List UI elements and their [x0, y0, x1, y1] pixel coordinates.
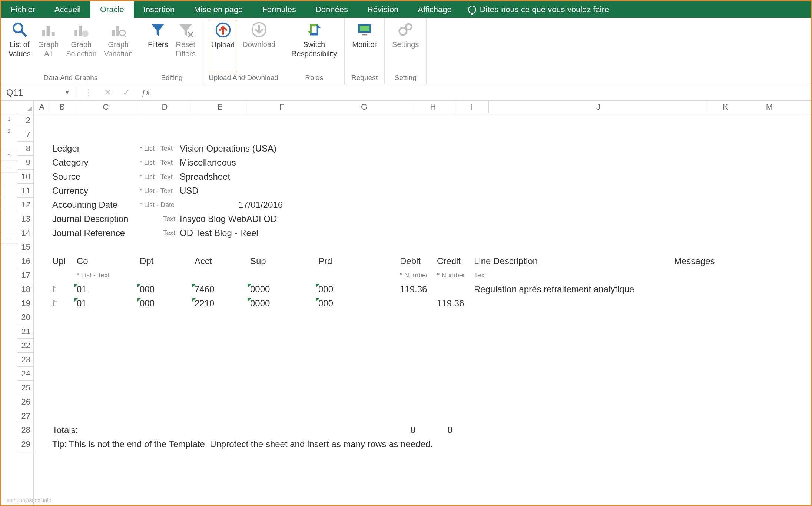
- col-header[interactable]: H: [412, 101, 454, 113]
- watermark: kampanjakoodi.info: [7, 497, 52, 503]
- magnifier-icon: [11, 21, 28, 38]
- table-row[interactable]: 01 000 2210 0000 000 119.36: [34, 296, 811, 310]
- outline-gutter[interactable]: 1 2 + - -: [1, 113, 17, 505]
- row-header[interactable]: 8: [17, 142, 33, 156]
- row-header[interactable]: 15: [17, 240, 33, 254]
- ribbon: List of Values Graph All Graph Selection…: [1, 18, 811, 84]
- tab-formules[interactable]: Formules: [252, 1, 306, 18]
- col-header[interactable]: G: [316, 101, 412, 113]
- row-header[interactable]: 25: [17, 381, 33, 395]
- graph-selection-button[interactable]: Graph Selection: [64, 20, 99, 72]
- field-label: Ledger: [50, 143, 137, 154]
- funnel-icon: [150, 21, 166, 38]
- fx-icon[interactable]: ƒx: [141, 88, 150, 97]
- upload-button[interactable]: Upload: [209, 20, 237, 72]
- ribbon-group-request: Monitor Request: [345, 18, 385, 84]
- row-header[interactable]: 27: [17, 409, 33, 423]
- row-header[interactable]: 20: [17, 310, 33, 324]
- column-headers: A B C D E F G H I J K M: [1, 101, 811, 113]
- svg-rect-2: [42, 30, 45, 36]
- svg-rect-6: [79, 26, 82, 36]
- sheet: 1 2 + - - 278910111213141516171819202122…: [1, 113, 811, 505]
- download-arrow-icon: [251, 21, 267, 38]
- row-header[interactable]: 18: [17, 282, 33, 296]
- name-box[interactable]: Q11 ▼: [1, 84, 75, 100]
- svg-point-0: [13, 24, 22, 33]
- row-header[interactable]: 12: [17, 198, 33, 212]
- tab-insertion[interactable]: Insertion: [134, 1, 184, 18]
- col-header[interactable]: C: [74, 101, 137, 113]
- upload-arrow-icon: [215, 22, 231, 38]
- cancel-icon[interactable]: ✕: [104, 87, 112, 98]
- tab-donnees[interactable]: Données: [306, 1, 358, 18]
- ribbon-group-label: Editing: [146, 72, 198, 84]
- col-header[interactable]: D: [137, 101, 192, 113]
- monitor-button[interactable]: Monitor: [350, 20, 379, 72]
- row-header[interactable]: 2: [17, 113, 33, 127]
- row-header[interactable]: 9: [17, 156, 33, 170]
- graph-variation-button[interactable]: Graph Variation: [102, 20, 135, 72]
- select-all-corner[interactable]: [1, 101, 34, 113]
- tab-revision[interactable]: Révision: [358, 1, 408, 18]
- col-header[interactable]: F: [248, 101, 316, 113]
- tab-accueil[interactable]: Accueil: [45, 1, 90, 18]
- funnel-x-icon: [178, 21, 194, 38]
- row-header[interactable]: 7: [17, 127, 33, 142]
- row-header[interactable]: 14: [17, 226, 33, 240]
- row-header[interactable]: 11: [17, 184, 33, 198]
- tab-mise-en-page[interactable]: Mise en page: [184, 1, 252, 18]
- download-button[interactable]: Download: [240, 20, 278, 72]
- svg-rect-18: [359, 26, 369, 31]
- field-value[interactable]: Vision Operations (USA): [178, 143, 279, 154]
- cells[interactable]: Ledger * List - Text Vision Operations (…: [34, 113, 811, 505]
- table-row[interactable]: 01 000 7460 0000 000 119.36 Regulation a…: [34, 282, 811, 296]
- row-header[interactable]: 16: [17, 254, 33, 268]
- svg-point-8: [82, 30, 89, 37]
- reset-filters-button[interactable]: Reset Filters: [173, 20, 198, 72]
- list-of-values-button[interactable]: List of Values: [6, 20, 33, 72]
- graph-all-button[interactable]: Graph All: [36, 20, 61, 72]
- ribbon-group-data-and-graphs: List of Values Graph All Graph Selection…: [1, 18, 140, 84]
- tip-row: Tip: This is not the end of the Template…: [34, 437, 811, 451]
- row-header[interactable]: 21: [17, 324, 33, 339]
- gears-icon: [397, 21, 414, 38]
- bar-chart-gear-icon: [73, 21, 89, 38]
- field-hint: * List - Text: [137, 145, 178, 153]
- tell-me[interactable]: Dites-nous ce que vous voulez faire: [461, 1, 616, 18]
- svg-rect-10: [116, 26, 119, 36]
- row-header[interactable]: 19: [17, 296, 33, 310]
- row-header[interactable]: 29: [17, 437, 33, 451]
- svg-rect-5: [75, 30, 78, 36]
- row-header[interactable]: 26: [17, 395, 33, 409]
- row-header[interactable]: 17: [17, 268, 33, 282]
- totals-row: Totals: 0 0: [34, 423, 811, 437]
- settings-button[interactable]: Settings: [390, 20, 421, 72]
- col-header[interactable]: I: [454, 101, 489, 113]
- col-header[interactable]: K: [708, 101, 743, 113]
- svg-rect-9: [112, 30, 115, 36]
- ribbon-group-label: Data And Graphs: [6, 72, 135, 84]
- row-header[interactable]: 24: [17, 367, 33, 381]
- confirm-icon[interactable]: ✓: [123, 87, 130, 98]
- row-header[interactable]: 13: [17, 212, 33, 226]
- row-header[interactable]: 28: [17, 423, 33, 437]
- row-header[interactable]: 23: [17, 353, 33, 367]
- col-header[interactable]: B: [50, 101, 74, 113]
- tab-affichage[interactable]: Affichage: [408, 1, 461, 18]
- col-header[interactable]: A: [34, 101, 50, 113]
- filters-button[interactable]: Filters: [146, 20, 170, 72]
- tell-me-label: Dites-nous ce que vous voulez faire: [480, 5, 609, 14]
- switch-responsibility-button[interactable]: Switch Responsibility: [289, 20, 339, 72]
- col-header[interactable]: J: [489, 101, 708, 113]
- row-header[interactable]: 22: [17, 339, 33, 353]
- tab-fichier[interactable]: Fichier: [1, 1, 45, 18]
- svg-point-21: [406, 24, 411, 30]
- col-header[interactable]: M: [743, 101, 796, 113]
- bar-chart-icon: [40, 21, 56, 38]
- col-header[interactable]: E: [192, 101, 248, 113]
- flag-icon: [52, 300, 59, 306]
- row-header[interactable]: 10: [17, 170, 33, 184]
- ribbon-group-upload-download: Upload Download Upload And Download: [203, 18, 284, 84]
- tab-oracle[interactable]: Oracle: [90, 1, 134, 18]
- row-headers: 2789101112131415161718192021222324252627…: [17, 113, 34, 505]
